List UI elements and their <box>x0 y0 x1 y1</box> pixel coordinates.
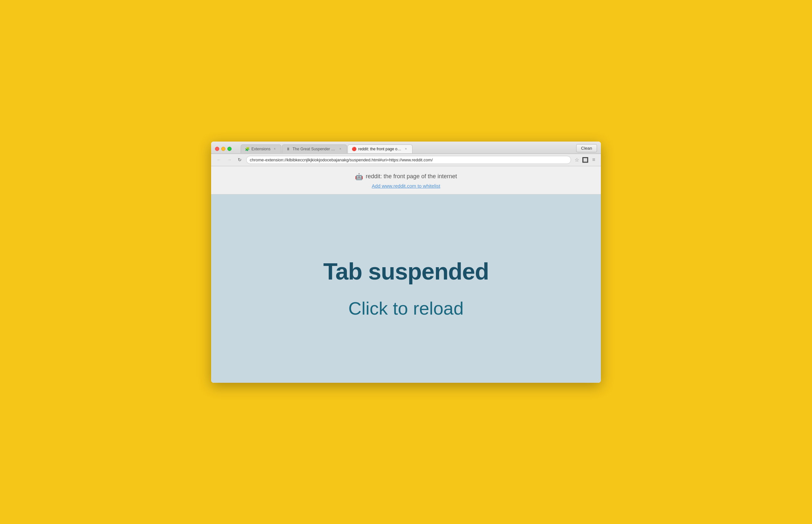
tab-extensions-label: Extensions <box>251 147 271 151</box>
whitelist-link[interactable]: Add www.reddit.com to whitelist <box>372 183 440 189</box>
reload-text: Click to reload <box>348 298 464 319</box>
tabs-container: 🧩 Extensions × ⏸ The Great Suspender - C… <box>237 145 573 153</box>
site-title: reddit: the front page of the internet <box>366 173 457 180</box>
great-suspender-icon: ⏸ <box>286 147 291 151</box>
back-button[interactable]: ← <box>215 156 223 164</box>
address-bar: ← → ↻ ☆ 🔲 ≡ <box>211 154 601 166</box>
maximize-button[interactable] <box>227 147 231 151</box>
tab-reddit-close[interactable]: × <box>404 147 408 151</box>
minimize-button[interactable] <box>221 147 225 151</box>
star-icon[interactable]: ☆ <box>573 157 580 163</box>
reload-button[interactable]: ↻ <box>236 156 244 164</box>
tab-reddit-label: reddit: the front page of the… <box>358 147 402 151</box>
forward-button[interactable]: → <box>225 156 233 164</box>
title-bar: 🧩 Extensions × ⏸ The Great Suspender - C… <box>211 142 601 154</box>
extensions-icon: 🧩 <box>245 147 249 151</box>
tab-great-suspender-close[interactable]: × <box>338 147 343 151</box>
page-header: 🤖 reddit: the front page of the internet… <box>211 166 601 195</box>
tab-extensions-close[interactable]: × <box>273 147 277 151</box>
address-actions: ☆ 🔲 ≡ <box>573 157 597 163</box>
clean-button[interactable]: Clean <box>576 144 597 152</box>
suspended-title: Tab suspended <box>323 258 489 285</box>
tab-great-suspender-label: The Great Suspender - Ch… <box>293 147 336 151</box>
tab-reddit[interactable]: 🔴 reddit: the front page of the… × <box>347 145 412 153</box>
tab-extensions[interactable]: 🧩 Extensions × <box>241 145 281 153</box>
address-input[interactable] <box>246 156 571 164</box>
reddit-logo-icon: 🤖 <box>355 173 363 181</box>
extension-icon[interactable]: 🔲 <box>582 157 588 163</box>
window-controls <box>215 147 231 151</box>
page-header-title: 🤖 reddit: the front page of the internet <box>211 173 601 181</box>
browser-window: 🧩 Extensions × ⏸ The Great Suspender - C… <box>211 142 601 383</box>
menu-icon[interactable]: ≡ <box>590 157 597 163</box>
reddit-tab-icon: 🔴 <box>352 147 356 151</box>
page-content[interactable]: Tab suspended Click to reload <box>211 195 601 383</box>
close-button[interactable] <box>215 147 219 151</box>
tab-great-suspender[interactable]: ⏸ The Great Suspender - Ch… × <box>282 145 347 153</box>
